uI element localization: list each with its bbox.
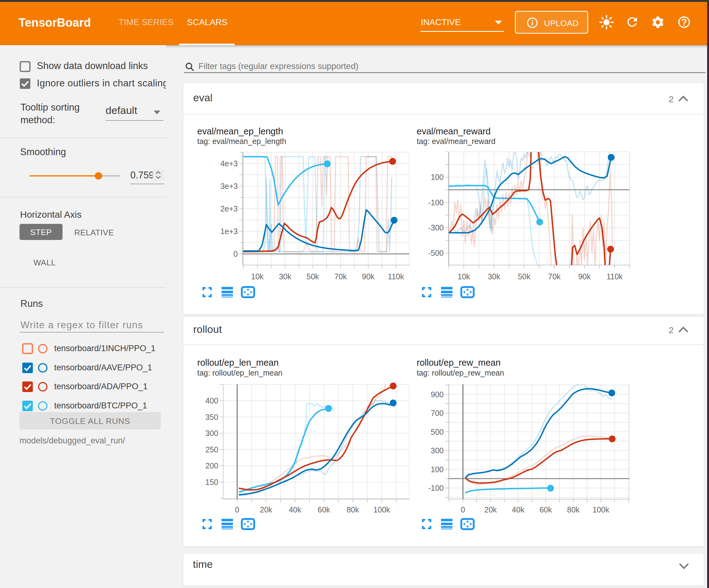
svg-text:-500: -500 xyxy=(428,249,444,257)
svg-text:1e+3: 1e+3 xyxy=(220,227,238,236)
svg-text:250: 250 xyxy=(205,445,218,454)
svg-text:200: 200 xyxy=(205,461,218,470)
svg-text:2e+3: 2e+3 xyxy=(220,204,238,213)
svg-text:20k: 20k xyxy=(484,505,497,514)
svg-text:700: 700 xyxy=(431,409,444,417)
svg-text:-100: -100 xyxy=(428,198,444,207)
svg-text:300: 300 xyxy=(431,446,444,455)
svg-text:900: 900 xyxy=(431,390,444,399)
svg-text:3e+3: 3e+3 xyxy=(220,182,238,190)
svg-text:100k: 100k xyxy=(593,505,610,514)
svg-text:50k: 50k xyxy=(518,272,531,281)
svg-text:-300: -300 xyxy=(428,223,444,232)
svg-text:110k: 110k xyxy=(606,272,623,281)
svg-text:10k: 10k xyxy=(457,272,470,281)
svg-text:350: 350 xyxy=(205,413,218,421)
svg-text:50k: 50k xyxy=(307,272,319,281)
svg-text:100k: 100k xyxy=(373,505,390,514)
svg-text:4e+3: 4e+3 xyxy=(220,159,238,168)
svg-text:70k: 70k xyxy=(548,272,561,281)
svg-text:60k: 60k xyxy=(318,505,330,514)
svg-text:80k: 80k xyxy=(567,505,580,514)
svg-text:60k: 60k xyxy=(539,505,552,514)
svg-text:20k: 20k xyxy=(260,505,272,514)
svg-text:110k: 110k xyxy=(388,272,404,281)
svg-text:30k: 30k xyxy=(488,272,500,281)
svg-text:90k: 90k xyxy=(362,272,375,281)
svg-text:100: 100 xyxy=(431,173,444,181)
svg-text:0: 0 xyxy=(235,505,239,514)
svg-text:10k: 10k xyxy=(251,272,264,281)
svg-text:70k: 70k xyxy=(334,272,347,281)
svg-text:40k: 40k xyxy=(512,505,524,514)
svg-text:0: 0 xyxy=(461,505,465,514)
svg-text:100: 100 xyxy=(431,465,444,474)
svg-text:500: 500 xyxy=(431,428,444,436)
svg-text:0: 0 xyxy=(233,250,238,258)
svg-text:300: 300 xyxy=(205,429,218,437)
svg-text:400: 400 xyxy=(205,397,218,405)
svg-text:-100: -100 xyxy=(428,484,444,492)
svg-text:90k: 90k xyxy=(578,272,591,281)
svg-text:30k: 30k xyxy=(279,272,292,281)
svg-text:150: 150 xyxy=(205,478,218,486)
svg-text:80k: 80k xyxy=(346,505,359,514)
svg-text:40k: 40k xyxy=(289,505,301,514)
